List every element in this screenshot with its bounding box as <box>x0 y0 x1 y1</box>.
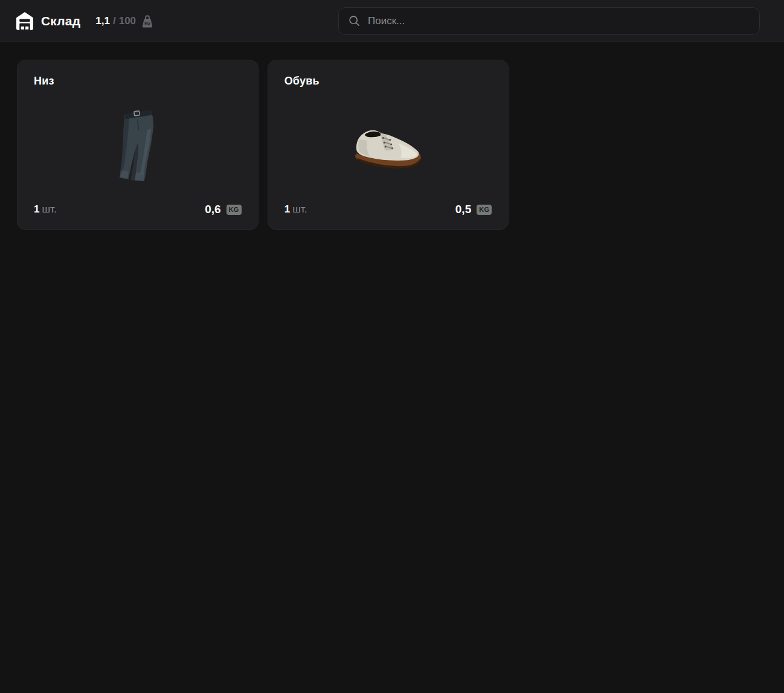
weight-value: 0,5 <box>455 203 471 216</box>
capacity-current: 1,1 <box>95 15 110 27</box>
quantity-count: 1 <box>34 203 39 215</box>
svg-text:KG: KG <box>144 21 150 25</box>
kg-badge: KG <box>477 205 492 215</box>
inventory-card-obuv[interactable]: Обувь <box>268 60 509 230</box>
capacity-separator: / <box>113 15 116 27</box>
kg-badge: KG <box>227 205 242 215</box>
dress-shoe-image <box>284 88 492 203</box>
card-title: Низ <box>34 75 242 88</box>
search-icon <box>349 15 360 27</box>
search-input[interactable] <box>368 15 750 27</box>
jeans-image <box>34 88 242 203</box>
quantity-unit: шт. <box>42 203 56 215</box>
card-footer: 1шт. 0,6 KG <box>34 203 242 216</box>
item-weight: 0,5 KG <box>455 203 492 216</box>
header: Склад 1,1 / 100 KG <box>0 0 784 42</box>
weight-value: 0,6 <box>205 203 220 216</box>
item-weight: 0,6 KG <box>205 203 242 216</box>
card-footer: 1шт. 0,5 KG <box>284 203 492 216</box>
brand: Склад <box>16 11 80 30</box>
search-bar <box>338 7 760 35</box>
capacity-indicator: 1,1 / 100 KG <box>95 14 154 28</box>
card-title: Обувь <box>284 75 492 88</box>
capacity-max: 100 <box>119 15 136 27</box>
quantity-count: 1 <box>284 203 290 215</box>
quantity: 1шт. <box>34 203 57 216</box>
inventory-card-niz[interactable]: Низ 1шт. 0,6 KG <box>17 60 259 230</box>
warehouse-icon <box>16 11 33 30</box>
inventory-grid: Низ 1шт. 0,6 KG Обу <box>0 42 784 230</box>
quantity: 1шт. <box>284 203 307 216</box>
weight-icon: KG <box>141 14 154 28</box>
page-title: Склад <box>41 14 80 28</box>
quantity-unit: шт. <box>292 203 307 215</box>
